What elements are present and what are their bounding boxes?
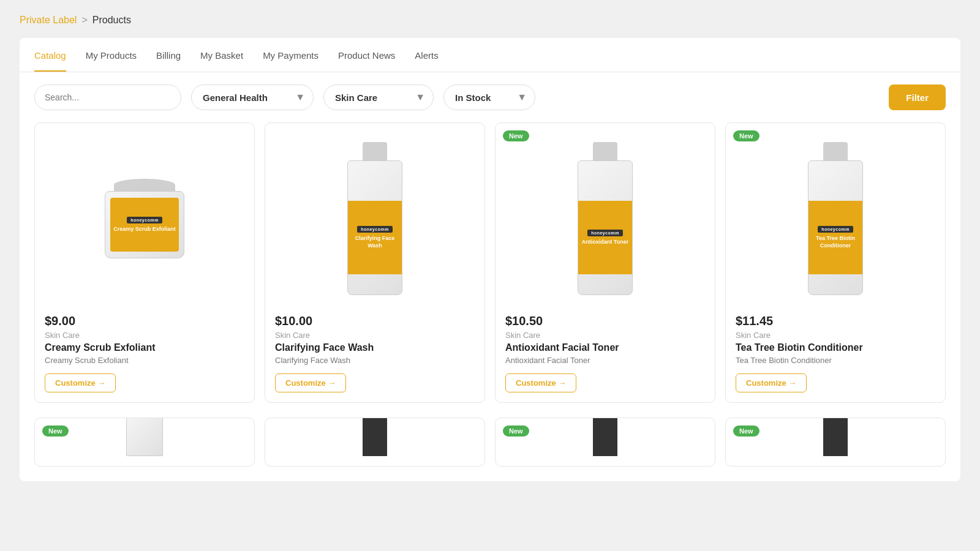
breadcrumb-products: Products <box>92 15 131 26</box>
partial-dark-6 <box>363 418 387 456</box>
product-desc-1: Creamy Scrub Exfoliant <box>45 356 244 365</box>
product-name-4: Tea Tree Biotin Conditioner <box>736 342 935 353</box>
breadcrumb-separator: > <box>81 15 87 26</box>
partial-card-8: New <box>725 418 946 467</box>
product-bottle-2: honeycomm Clarifying Face Wash <box>347 142 402 295</box>
tab-alerts[interactable]: Alerts <box>415 50 438 72</box>
product-desc-2: Clarifying Face Wash <box>275 356 475 365</box>
main-panel: Catalog My Products Billing My Basket My… <box>20 38 960 481</box>
product-bottle-4: honeycomm Tea Tree Biotin Conditioner <box>808 142 863 295</box>
product-image-2: honeycomm Clarifying Face Wash <box>275 133 475 304</box>
partial-row: New New New <box>20 418 960 481</box>
category-dropdown[interactable]: General Health Beauty Nutrition <box>191 84 314 110</box>
partial-image-5 <box>45 428 244 456</box>
filters-row: General Health Beauty Nutrition ▼ Skin C… <box>20 72 960 122</box>
product-name-1: Creamy Scrub Exfoliant <box>45 342 244 353</box>
pump-cap-4 <box>823 142 848 160</box>
customize-button-2[interactable]: Customize → <box>275 373 346 392</box>
product-category-1: Skin Care <box>45 331 244 340</box>
new-badge-8: New <box>733 425 760 437</box>
product-desc-4: Tea Tree Biotin Conditioner <box>736 356 935 365</box>
product-category-4: Skin Care <box>736 331 935 340</box>
product-card-4: New honeycomm Tea Tree Biotin Conditione… <box>725 122 946 403</box>
products-grid: honeycomm Creamy Scrub Exfoliant $9.00 S… <box>20 122 960 418</box>
brand-label-2: honeycomm <box>357 226 393 233</box>
product-card-1: honeycomm Creamy Scrub Exfoliant $9.00 S… <box>34 122 255 403</box>
product-category-3: Skin Care <box>505 331 705 340</box>
tabs-bar: Catalog My Products Billing My Basket My… <box>20 38 960 72</box>
product-image-4: honeycomm Tea Tree Biotin Conditioner <box>736 133 935 304</box>
product-bottle-3: honeycomm Antioxidant Toner <box>578 142 633 295</box>
customize-button-4[interactable]: Customize → <box>736 373 807 392</box>
product-info-1: $9.00 Skin Care Creamy Scrub Exfoliant C… <box>45 314 244 392</box>
product-card-2: honeycomm Clarifying Face Wash $10.00 Sk… <box>265 122 485 403</box>
product-label-name-2: Clarifying Face Wash <box>350 235 399 249</box>
breadcrumb-private-label[interactable]: Private Label <box>20 15 77 26</box>
pump-cap-2 <box>363 142 387 160</box>
product-desc-3: Antioxidant Facial Toner <box>505 356 705 365</box>
partial-image-7 <box>505 428 705 456</box>
customize-button-1[interactable]: Customize → <box>45 373 116 392</box>
product-name-2: Clarifying Face Wash <box>275 342 475 353</box>
partial-pump-5 <box>126 418 163 456</box>
product-category-2: Skin Care <box>275 331 475 340</box>
partial-card-6 <box>265 418 485 467</box>
partial-card-5: New <box>34 418 255 467</box>
new-badge-3: New <box>503 130 529 141</box>
brand-label-1: honeycomm <box>127 217 162 223</box>
tab-billing[interactable]: Billing <box>156 50 181 72</box>
new-badge-4: New <box>733 130 760 141</box>
bottle-label-4: honeycomm Tea Tree Biotin Conditioner <box>809 201 862 274</box>
pump-body-4: honeycomm Tea Tree Biotin Conditioner <box>808 160 863 295</box>
pump-cap-3 <box>593 142 617 160</box>
stock-dropdown-wrapper: In Stock Out of Stock All ▼ <box>443 84 535 110</box>
product-bottle-1: honeycomm Creamy Scrub Exfoliant <box>105 179 184 258</box>
partial-image-6 <box>275 428 475 456</box>
stock-dropdown[interactable]: In Stock Out of Stock All <box>443 84 535 110</box>
product-price-3: $10.50 <box>505 314 705 328</box>
search-input[interactable] <box>34 84 181 110</box>
breadcrumb: Private Label > Products <box>20 15 960 26</box>
product-info-2: $10.00 Skin Care Clarifying Face Wash Cl… <box>275 314 475 392</box>
product-label-name-3: Antioxidant Toner <box>582 239 628 246</box>
product-price-4: $11.45 <box>736 314 935 328</box>
tab-my-payments[interactable]: My Payments <box>263 50 318 72</box>
product-card-3: New honeycomm Antioxidant Toner $10.50 <box>495 122 715 403</box>
brand-label-4: honeycomm <box>818 226 853 233</box>
jar-label-1: honeycomm Creamy Scrub Exfoliant <box>110 198 179 252</box>
partial-dark-8 <box>823 418 848 456</box>
product-label-name-1: Creamy Scrub Exfoliant <box>113 226 176 233</box>
partial-dark-7 <box>593 418 617 456</box>
customize-button-3[interactable]: Customize → <box>505 373 576 392</box>
product-price-2: $10.00 <box>275 314 475 328</box>
tab-my-basket[interactable]: My Basket <box>200 50 243 72</box>
category-dropdown-wrapper: General Health Beauty Nutrition ▼ <box>191 84 314 110</box>
new-badge-5: New <box>42 425 69 437</box>
filter-button[interactable]: Filter <box>889 84 946 110</box>
bottle-label-3: honeycomm Antioxidant Toner <box>578 201 632 274</box>
product-name-3: Antioxidant Facial Toner <box>505 342 705 353</box>
tab-product-news[interactable]: Product News <box>338 50 395 72</box>
subcategory-dropdown-wrapper: Skin Care Hair Care Body Care ▼ <box>323 84 434 110</box>
jar-body-1: honeycomm Creamy Scrub Exfoliant <box>105 191 184 258</box>
new-badge-7: New <box>503 425 529 437</box>
bottle-label-2: honeycomm Clarifying Face Wash <box>348 201 402 274</box>
jar-cap-1 <box>114 179 175 191</box>
product-label-name-4: Tea Tree Biotin Conditioner <box>811 235 860 249</box>
partial-image-8 <box>736 428 935 456</box>
product-info-4: $11.45 Skin Care Tea Tree Biotin Conditi… <box>736 314 935 392</box>
subcategory-dropdown[interactable]: Skin Care Hair Care Body Care <box>323 84 434 110</box>
product-price-1: $9.00 <box>45 314 244 328</box>
brand-label-3: honeycomm <box>587 230 623 236</box>
product-image-3: honeycomm Antioxidant Toner <box>505 133 705 304</box>
product-info-3: $10.50 Skin Care Antioxidant Facial Tone… <box>505 314 705 392</box>
pump-body-2: honeycomm Clarifying Face Wash <box>347 160 402 295</box>
tab-catalog[interactable]: Catalog <box>34 50 66 72</box>
product-image-1: honeycomm Creamy Scrub Exfoliant <box>45 133 244 304</box>
page-wrapper: Private Label > Products Catalog My Prod… <box>0 0 980 551</box>
partial-card-7: New <box>495 418 715 467</box>
tab-my-products[interactable]: My Products <box>86 50 137 72</box>
pump-body-3: honeycomm Antioxidant Toner <box>578 160 633 295</box>
